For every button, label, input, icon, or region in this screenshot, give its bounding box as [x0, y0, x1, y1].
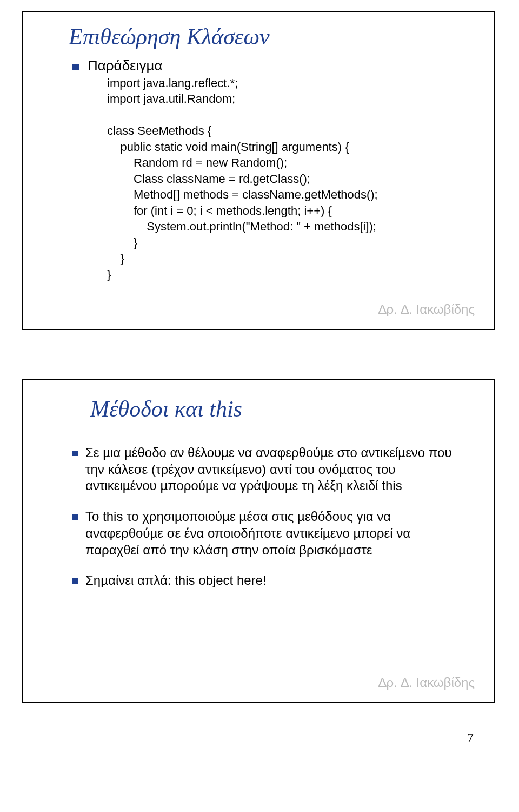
bullet-icon — [72, 514, 78, 520]
bullet-1-text: Σε µια µέθοδο αν θέλουµε να αναφερθούµε … — [85, 445, 458, 494]
slide-methods-this: Μέθοδοι και this Σε µια µέθοδο αν θέλουµ… — [22, 379, 495, 703]
author-footer: ∆ρ. ∆. Ιακωβίδης — [378, 302, 475, 317]
bullet-3: Σηµαίνει απλά: this object here! — [72, 572, 478, 589]
bullet-3-text: Σηµαίνει απλά: this object here! — [85, 572, 267, 589]
subtitle-row: Παράδειγµα — [72, 57, 478, 74]
page-number: 7 — [22, 730, 497, 745]
slide-inspect-classes: Επιθεώρηση Κλάσεων Παράδειγµα import jav… — [22, 11, 495, 330]
bullet-2-text: Το this το χρησιµοποιούµε µέσα στις µεθό… — [85, 509, 458, 558]
bullet-2: Το this το χρησιµοποιούµε µέσα στις µεθό… — [72, 509, 478, 558]
bullet-icon — [72, 578, 78, 584]
bullet-icon — [72, 64, 79, 70]
code-block: import java.lang.reflect.*; import java.… — [107, 75, 478, 282]
slide-title: Επιθεώρηση Κλάσεων — [69, 24, 478, 50]
slide-title: Μέθοδοι και this — [90, 396, 478, 422]
author-footer: ∆ρ. ∆. Ιακωβίδης — [378, 675, 475, 690]
bullet-1: Σε µια µέθοδο αν θέλουµε να αναφερθούµε … — [72, 445, 478, 494]
subtitle-text: Παράδειγµα — [88, 57, 162, 74]
bullet-icon — [72, 451, 78, 456]
